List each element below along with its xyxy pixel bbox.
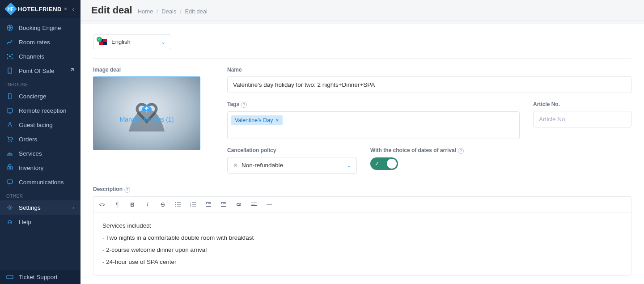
gear-icon [6,204,13,211]
code-view-button[interactable]: <> [98,200,106,208]
toggle-knob [387,159,397,169]
description-label: Description? [93,186,631,193]
pos-icon [6,67,13,74]
sidebar-item-ticket-support[interactable]: Ticket Support [0,270,80,284]
sidebar-item-communications[interactable]: Communications [0,175,80,189]
bold-button[interactable]: B [128,200,136,208]
manage-images-link[interactable]: Manage images (1) [120,116,174,123]
article-no-label: Article No. [533,101,631,107]
page-title: Edit deal [91,4,132,16]
svg-rect-9 [7,109,13,112]
chevron-right-icon: › [72,205,74,210]
sidebar-item-channels[interactable]: Channels [0,49,80,64]
svg-point-10 [9,123,11,124]
svg-point-12 [11,141,12,142]
svg-rect-13 [7,155,13,156]
language-label: English [111,38,131,45]
svg-point-1 [9,55,11,57]
svg-rect-27 [192,203,196,203]
brand-logo[interactable]: HF HOTELFRIEND® [6,4,72,13]
logo-icon: HF [4,3,17,15]
arrival-dates-toggle[interactable]: ✓ [370,157,398,170]
svg-point-18 [9,207,11,208]
svg-rect-36 [221,202,226,203]
svg-point-4 [7,58,8,59]
brand-text: HOTELFRIEND [18,6,62,13]
sidebar-item-label: Guest facing [19,122,53,128]
svg-rect-38 [223,205,226,205]
svg-text:3: 3 [190,205,191,207]
tags-label: Tags? [227,101,520,108]
sidebar-item-label: Concierge [19,93,47,100]
link-button[interactable] [235,200,243,208]
sidebar-item-concierge[interactable]: Concierge [0,89,80,103]
sidebar-item-label: Services [19,150,42,157]
sidebar-item-label: Remote reception [19,107,67,114]
sidebar-item-label: Booking Engine [19,25,61,31]
svg-rect-33 [208,203,211,204]
svg-rect-8 [8,93,11,99]
divider [93,58,631,59]
sidebar-item-remote-reception[interactable]: Remote reception [0,103,80,118]
breadcrumb-current: Edit deal [185,8,208,15]
section-inhouse: INHOUSE [0,78,80,89]
sidebar: HF HOTELFRIEND® ‹ Booking EngineRoom rat… [0,0,80,284]
info-icon[interactable]: ? [241,102,247,108]
info-icon[interactable]: ? [124,187,130,193]
sidebar-item-orders[interactable]: Orders [0,132,80,146]
sidebar-item-help[interactable]: Help [0,215,80,229]
description-editor[interactable]: Services included: - Two nights in a com… [93,212,631,276]
svg-point-5 [12,58,13,59]
sidebar-item-point-of-sale[interactable]: Point Of Sale [0,64,80,78]
svg-point-20 [175,202,176,203]
indent-button[interactable] [220,200,228,208]
sidebar-item-room-rates[interactable]: Room rates [0,35,80,49]
sidebar-item-label: Channels [19,53,44,60]
sidebar-collapse-icon[interactable]: ‹ [72,5,74,13]
remove-tag-icon[interactable]: × [276,117,279,123]
sidebar-item-settings[interactable]: Settings› [0,200,80,215]
flag-uk-icon: ✓ [99,39,107,45]
breadcrumb-deals[interactable]: Deals [161,8,176,15]
svg-rect-41 [251,204,255,204]
cancellation-value: Non-refundable [242,162,283,169]
tags-input[interactable]: Valentine's Day × [227,111,520,139]
outdent-button[interactable] [204,200,212,208]
strikethrough-button[interactable]: S [159,200,167,208]
svg-rect-17 [7,180,13,183]
sidebar-item-label: Inventory [19,165,44,171]
breadcrumb-home[interactable]: Home [138,8,153,15]
ticket-icon [6,273,13,280]
sidebar-item-label: Settings [19,204,41,211]
italic-button[interactable]: I [144,200,152,208]
sidebar-item-inventory[interactable]: Inventory [0,161,80,175]
ordered-list-button[interactable]: 123 [189,200,197,208]
channels-icon [6,53,13,60]
sidebar-item-label: Point Of Sale [19,68,55,74]
cancellation-select[interactable]: ✕ Non-refundable ⌄ [227,157,357,174]
sidebar-item-booking-engine[interactable]: Booking Engine [0,21,80,35]
content: ✓ English ⌄ Image deal [80,24,644,284]
horizontal-rule-button[interactable] [265,200,273,208]
align-button[interactable] [250,200,258,208]
article-no-input[interactable] [533,111,631,127]
svg-rect-29 [192,204,196,205]
info-icon[interactable]: ? [458,148,464,154]
clear-icon[interactable]: ✕ [233,162,238,169]
unordered-list-button[interactable] [174,200,182,208]
sidebar-item-services[interactable]: Services [0,146,80,161]
sidebar-item-label: Communications [19,179,64,186]
sidebar-header: HF HOTELFRIEND® ‹ [0,0,80,18]
svg-rect-15 [10,167,13,169]
sidebar-item-guest-facing[interactable]: Guest facing [0,118,80,132]
editor-toolbar: <> ¶ B I S 123 [93,196,631,212]
guest-icon [6,121,13,128]
paragraph-button[interactable]: ¶ [113,200,121,208]
svg-point-24 [175,206,176,207]
bell-icon [6,150,13,157]
chart-icon [6,38,13,46]
name-input[interactable] [227,76,631,93]
svg-rect-42 [251,205,257,206]
image-deal-box[interactable]: Manage images (1) [93,76,200,150]
language-select[interactable]: ✓ English ⌄ [93,34,171,49]
